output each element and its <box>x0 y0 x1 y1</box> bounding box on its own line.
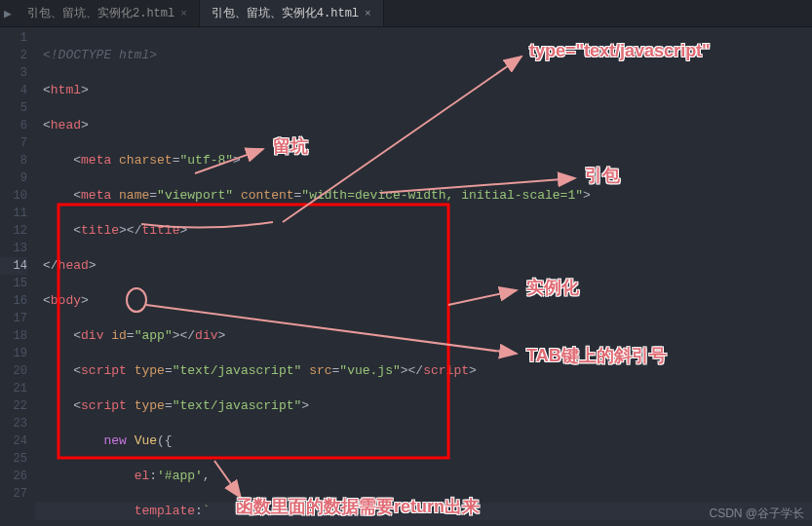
watermark: CSDN @谷子学长 <box>709 506 804 522</box>
code-area[interactable]: <!DOCTYPE html> <html> <head> <meta char… <box>35 27 812 526</box>
close-icon[interactable]: × <box>365 8 371 19</box>
play-icon[interactable]: ▶ <box>0 0 16 26</box>
close-icon[interactable]: × <box>180 8 187 19</box>
tab-label: 引包、留坑、实例化4.html <box>212 5 359 21</box>
line-number-gutter: 1234567891011121314151617181920212223242… <box>0 27 35 526</box>
tab-label: 引包、留坑、实例化2.html <box>27 5 174 21</box>
editor: 1234567891011121314151617181920212223242… <box>0 27 812 526</box>
doctype: <!DOCTYPE html> <box>43 48 157 62</box>
tab-file-2[interactable]: 引包、留坑、实例化4.html × <box>200 0 384 26</box>
tab-bar: ▶ 引包、留坑、实例化2.html × 引包、留坑、实例化4.html × <box>0 0 812 27</box>
tab-file-1[interactable]: 引包、留坑、实例化2.html × <box>16 0 200 26</box>
